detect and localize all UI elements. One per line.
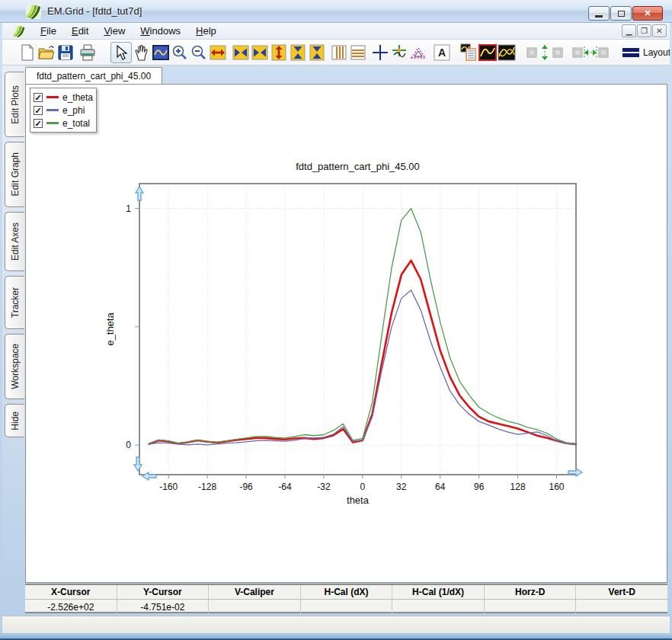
new-document-icon[interactable] bbox=[18, 43, 37, 62]
readout-header: V-Caliper bbox=[209, 585, 301, 599]
caliper-icon[interactable] bbox=[408, 43, 427, 62]
checkbox-e-theta[interactable]: ✓ bbox=[34, 93, 43, 102]
chart-title: fdtd_pattern_cart_phi_45.00 bbox=[296, 161, 420, 172]
multi-plot-icon[interactable] bbox=[497, 43, 516, 62]
legend-item-e-theta[interactable]: ✓ e_theta bbox=[34, 91, 93, 104]
x-tick-label: 96 bbox=[474, 482, 485, 492]
readout-value bbox=[392, 600, 485, 614]
child-close-button[interactable]: ✕ bbox=[652, 24, 667, 37]
x-tick-label: -32 bbox=[317, 482, 331, 492]
legend-item-e-total[interactable]: ✓ e_total bbox=[34, 117, 93, 130]
close-icon: ✕ bbox=[644, 8, 651, 18]
sidebar-tab-workspace[interactable]: Workspace bbox=[5, 334, 24, 399]
x-tick-label: -96 bbox=[239, 482, 253, 492]
sidebar: Edit Plots Edit Graph Edit Axes Tracker … bbox=[2, 66, 25, 616]
menu-items: FileEditViewWindowsHelp bbox=[33, 24, 224, 38]
expand-horizontal-icon[interactable] bbox=[208, 43, 227, 62]
readout-value bbox=[576, 600, 667, 614]
sidebar-tab-edit-graph[interactable]: Edit Graph bbox=[5, 142, 24, 207]
tracker-icon[interactable] bbox=[389, 43, 408, 62]
sidebar-tab-tracker[interactable]: Tracker bbox=[5, 276, 24, 329]
x-tick-label: 32 bbox=[396, 482, 407, 492]
plot-canvas[interactable]: -160-128-96-64-32032649612816001fdtd_pat… bbox=[25, 84, 667, 583]
select-arrow-icon[interactable] bbox=[110, 42, 132, 63]
layout-button[interactable]: Layout bbox=[622, 47, 670, 58]
sidebar-tab-hide[interactable]: Hide bbox=[5, 404, 24, 437]
readout-header: H-Cal (1/dX) bbox=[392, 585, 485, 599]
axis-handle-up-icon bbox=[136, 187, 143, 200]
restore-button[interactable] bbox=[610, 6, 632, 21]
toolbar: A Layout bbox=[2, 40, 670, 66]
checkbox-e-total[interactable]: ✓ bbox=[34, 119, 43, 128]
plot-properties-icon[interactable] bbox=[459, 43, 478, 62]
readout-value: -2.526e+02 bbox=[25, 600, 117, 614]
cursor-cross-icon[interactable] bbox=[370, 43, 389, 62]
y-tick-label: 0 bbox=[126, 440, 131, 450]
readout-header: Horz-D bbox=[485, 585, 577, 599]
save-icon[interactable] bbox=[56, 43, 75, 62]
menu-help[interactable]: Help bbox=[188, 24, 224, 38]
cursor-readout-table: X-Cursor Y-Cursor V-Caliper H-Cal (dX) H… bbox=[25, 584, 667, 613]
readout-header-row: X-Cursor Y-Cursor V-Caliper H-Cal (dX) H… bbox=[25, 585, 667, 600]
readout-header: X-Cursor bbox=[25, 585, 117, 599]
axis-handle-down-icon bbox=[134, 457, 142, 471]
y-tick-label: 1 bbox=[126, 203, 131, 214]
plot-frame[interactable] bbox=[139, 184, 576, 475]
tab-strip: fdtd_pattern_cart_phi_45.00 bbox=[25, 67, 162, 84]
readout-header: H-Cal (dX) bbox=[301, 585, 393, 599]
pan-hand-icon[interactable] bbox=[132, 43, 151, 62]
readout-value bbox=[485, 600, 577, 614]
legend-item-e-phi[interactable]: ✓ e_phi bbox=[34, 104, 93, 117]
legend: ✓ e_theta ✓ e_phi ✓ e_total bbox=[30, 88, 97, 133]
compress-vertical-icon[interactable] bbox=[307, 43, 326, 62]
sidebar-tab-edit-plots[interactable]: Edit Plots bbox=[5, 72, 24, 137]
x-tick-label: 64 bbox=[435, 482, 446, 492]
fit-vertical-icon[interactable] bbox=[525, 43, 565, 62]
readout-value bbox=[301, 600, 393, 614]
horizontal-markers-icon[interactable] bbox=[348, 43, 367, 62]
app-logo-icon bbox=[26, 4, 41, 19]
x-tick-label: 160 bbox=[549, 482, 565, 492]
legend-line-e-phi bbox=[46, 109, 59, 111]
x-axis-label: theta bbox=[347, 494, 370, 506]
chart: -160-128-96-64-32032649612816001fdtd_pat… bbox=[26, 85, 667, 582]
open-file-icon[interactable] bbox=[37, 43, 56, 62]
print-icon[interactable] bbox=[78, 43, 97, 62]
zoom-in-icon[interactable] bbox=[170, 43, 189, 62]
sidebar-tab-edit-axes[interactable]: Edit Axes bbox=[5, 212, 24, 271]
child-minimize-button[interactable]: ▁ bbox=[622, 24, 636, 37]
restore-icon bbox=[618, 11, 625, 17]
menu-windows[interactable]: Windows bbox=[133, 24, 188, 38]
readout-value: -4.751e-02 bbox=[117, 600, 210, 614]
x-tick-label: -128 bbox=[198, 482, 216, 492]
menu-view[interactable]: View bbox=[96, 24, 133, 38]
legend-line-e-theta bbox=[46, 96, 59, 98]
child-restore-button[interactable]: ❐ bbox=[637, 24, 651, 37]
expand-vertical-icon[interactable] bbox=[269, 43, 288, 62]
window-bottom-border bbox=[0, 633, 672, 640]
menu-file[interactable]: File bbox=[33, 24, 64, 38]
layout-icon bbox=[622, 47, 639, 58]
compress-horizontal-icon[interactable] bbox=[250, 43, 269, 62]
menu-edit[interactable]: Edit bbox=[64, 24, 96, 38]
series-e_theta bbox=[149, 261, 576, 444]
zoom-region-icon[interactable] bbox=[151, 43, 170, 62]
checkbox-e-phi[interactable]: ✓ bbox=[34, 106, 43, 115]
status-bar bbox=[2, 616, 670, 633]
fit-horizontal-icon[interactable] bbox=[571, 43, 610, 62]
text-annotation-icon[interactable]: A bbox=[432, 43, 451, 62]
app-window: EM.Grid - [fdtd_tut7d] ✕ FileEditViewWin… bbox=[0, 0, 672, 640]
zoom-out-icon[interactable] bbox=[189, 43, 208, 62]
readout-header: Vert-D bbox=[576, 585, 667, 599]
tab-fdtd-pattern[interactable]: fdtd_pattern_cart_phi_45.00 bbox=[25, 67, 162, 84]
plot-style-icon[interactable] bbox=[478, 43, 497, 62]
close-button[interactable]: ✕ bbox=[632, 6, 663, 21]
menu-bar: FileEditViewWindowsHelp ▁ ❐ ✕ bbox=[2, 23, 670, 40]
vertical-markers-icon[interactable] bbox=[329, 43, 348, 62]
stretch-vertical-icon[interactable] bbox=[288, 43, 307, 62]
minimize-button[interactable] bbox=[588, 6, 610, 21]
window-title: EM.Grid - [fdtd_tut7d] bbox=[47, 5, 142, 17]
stretch-horizontal-icon[interactable] bbox=[231, 43, 250, 62]
readout-value bbox=[209, 600, 301, 614]
minimize-icon bbox=[595, 15, 603, 18]
